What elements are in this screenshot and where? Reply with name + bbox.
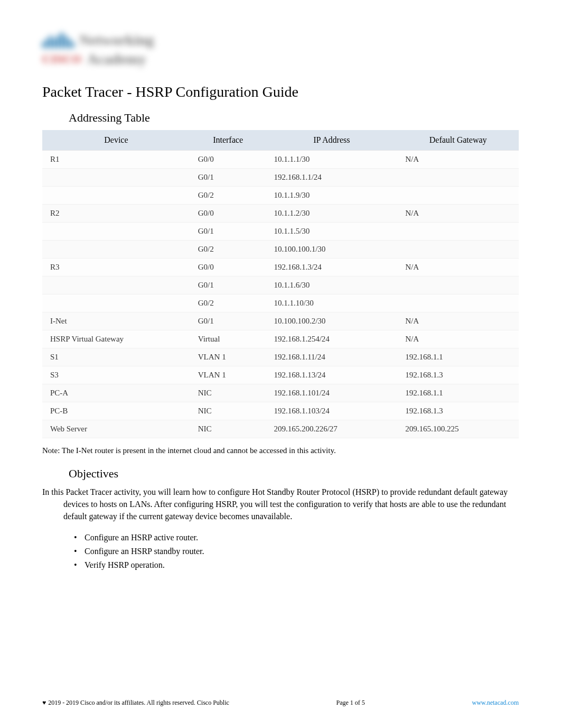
table-row: G0/2 10.1.1.9/30 xyxy=(42,187,519,205)
brand-logo: Networking CISCO Academy xyxy=(42,32,519,68)
cell-device xyxy=(42,277,190,294)
cell-ip: 209.165.200.226/27 xyxy=(266,420,397,438)
cell-interface: VLAN 1 xyxy=(190,348,266,366)
logo-text-academy: Academy xyxy=(87,51,146,68)
cell-ip: 10.1.1.1/30 xyxy=(266,151,397,169)
footer-link[interactable]: www.netacad.com xyxy=(472,699,519,707)
cell-gateway: 192.168.1.3 xyxy=(397,366,519,384)
cell-interface: G0/0 xyxy=(190,151,266,169)
cell-gateway: N/A xyxy=(397,330,519,348)
cell-ip: 10.100.100.1/30 xyxy=(266,241,397,259)
table-row: Web Server NIC 209.165.200.226/27 209.16… xyxy=(42,420,519,438)
cell-gateway xyxy=(397,241,519,259)
cell-interface: G0/2 xyxy=(190,241,266,259)
addressing-table: Device Interface IP Address Default Gate… xyxy=(42,130,519,438)
col-header-device: Device xyxy=(42,130,190,151)
table-row: G0/2 10.100.100.1/30 xyxy=(42,241,519,259)
cell-ip: 192.168.1.13/24 xyxy=(266,366,397,384)
cell-ip: 192.168.1.3/24 xyxy=(266,259,397,277)
cell-interface: G0/0 xyxy=(190,205,266,223)
table-row: G0/1 192.168.1.1/24 xyxy=(42,169,519,187)
cell-device xyxy=(42,241,190,259)
table-row: S3 VLAN 1 192.168.1.13/24 192.168.1.3 xyxy=(42,366,519,384)
cell-interface: G0/0 xyxy=(190,259,266,277)
addressing-table-heading: Addressing Table xyxy=(69,111,519,125)
list-item: Configure an HSRP active router. xyxy=(74,531,519,545)
page-title: Packet Tracer - HSRP Configuration Guide xyxy=(42,84,519,100)
cell-device xyxy=(42,187,190,205)
cell-ip: 192.168.1.1/24 xyxy=(266,169,397,187)
table-row: G0/1 10.1.1.5/30 xyxy=(42,223,519,241)
table-row: R2 G0/0 10.1.1.2/30 N/A xyxy=(42,205,519,223)
table-row: I-Net G0/1 10.100.100.2/30 N/A xyxy=(42,312,519,330)
cell-gateway xyxy=(397,169,519,187)
cell-ip: 10.1.1.2/30 xyxy=(266,205,397,223)
cell-device: I-Net xyxy=(42,312,190,330)
cell-gateway: 192.168.1.1 xyxy=(397,384,519,402)
col-header-interface: Interface xyxy=(190,130,266,151)
objectives-intro-text: In this Packet Tracer activity, you will… xyxy=(42,486,519,523)
cell-gateway: 192.168.1.3 xyxy=(397,402,519,420)
cell-device: R3 xyxy=(42,259,190,277)
cell-ip: 192.168.1.254/24 xyxy=(266,330,397,348)
cell-ip: 10.1.1.6/30 xyxy=(266,277,397,294)
note-text: Note: The I-Net router is present in the… xyxy=(42,446,519,455)
cell-gateway xyxy=(397,277,519,294)
copyright-text: 2019 - 2019 Cisco and/or its affiliates.… xyxy=(48,699,229,707)
cell-device: Web Server xyxy=(42,420,190,438)
objectives-list: Configure an HSRP active router. Configu… xyxy=(42,531,519,572)
logo-text-networking: Networking xyxy=(79,32,154,49)
col-header-gateway: Default Gateway xyxy=(397,130,519,151)
objectives-heading: Objectives xyxy=(69,467,519,481)
cell-interface: NIC xyxy=(190,420,266,438)
cell-ip: 10.1.1.10/30 xyxy=(266,294,397,312)
cell-interface: G0/2 xyxy=(190,187,266,205)
page-indicator: Page 1 of 5 xyxy=(336,699,365,707)
table-row: PC-A NIC 192.168.1.101/24 192.168.1.1 xyxy=(42,384,519,402)
cell-device: S1 xyxy=(42,348,190,366)
cell-device: R1 xyxy=(42,151,190,169)
cell-interface: G0/2 xyxy=(190,294,266,312)
list-item: Verify HSRP operation. xyxy=(74,558,519,572)
table-row: HSRP Virtual Gateway Virtual 192.168.1.2… xyxy=(42,330,519,348)
cell-interface: NIC xyxy=(190,402,266,420)
cell-ip: 192.168.1.101/24 xyxy=(266,384,397,402)
cell-gateway xyxy=(397,294,519,312)
cell-ip: 192.168.1.103/24 xyxy=(266,402,397,420)
cell-gateway xyxy=(397,223,519,241)
cell-device xyxy=(42,294,190,312)
table-row: G0/1 10.1.1.6/30 xyxy=(42,277,519,294)
col-header-ip: IP Address xyxy=(266,130,397,151)
table-row: R1 G0/0 10.1.1.1/30 N/A xyxy=(42,151,519,169)
logo-brand-word: CISCO xyxy=(42,52,82,66)
cell-device: S3 xyxy=(42,366,190,384)
cell-device: PC-A xyxy=(42,384,190,402)
cell-interface: G0/1 xyxy=(190,312,266,330)
cell-device xyxy=(42,169,190,187)
cell-ip: 192.168.1.11/24 xyxy=(266,348,397,366)
list-item: Configure an HSRP standby router. xyxy=(74,545,519,558)
objectives-intro: In this Packet Tracer activity, you will… xyxy=(42,486,519,523)
cell-interface: G0/1 xyxy=(190,169,266,187)
cell-interface: VLAN 1 xyxy=(190,366,266,384)
cell-device: HSRP Virtual Gateway xyxy=(42,330,190,348)
table-row: G0/2 10.1.1.10/30 xyxy=(42,294,519,312)
table-row: R3 G0/0 192.168.1.3/24 N/A xyxy=(42,259,519,277)
cell-ip: 10.100.100.2/30 xyxy=(266,312,397,330)
cell-gateway: N/A xyxy=(397,312,519,330)
cell-gateway: 192.168.1.1 xyxy=(397,348,519,366)
cell-interface: NIC xyxy=(190,384,266,402)
cell-gateway: N/A xyxy=(397,259,519,277)
cell-gateway: 209.165.100.225 xyxy=(397,420,519,438)
cell-gateway xyxy=(397,187,519,205)
footer-left: ♥ 2019 - 2019 Cisco and/or its affiliate… xyxy=(42,699,229,707)
cell-gateway: N/A xyxy=(397,151,519,169)
cell-interface: G0/1 xyxy=(190,277,266,294)
cell-device: PC-B xyxy=(42,402,190,420)
cell-device xyxy=(42,223,190,241)
cell-gateway: N/A xyxy=(397,205,519,223)
cell-device: R2 xyxy=(42,205,190,223)
cell-ip: 10.1.1.9/30 xyxy=(266,187,397,205)
table-row: PC-B NIC 192.168.1.103/24 192.168.1.3 xyxy=(42,402,519,420)
cell-interface: G0/1 xyxy=(190,223,266,241)
